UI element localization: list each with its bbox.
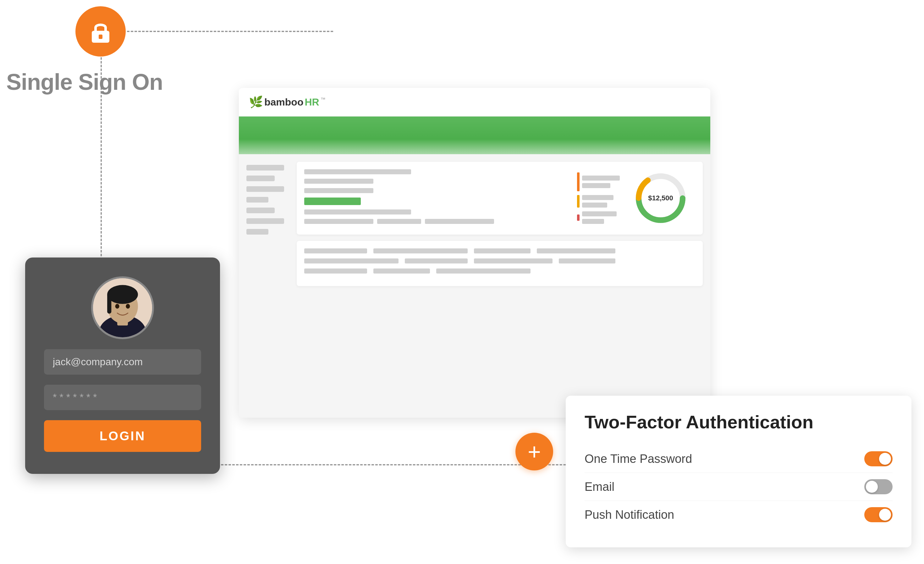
bamboo-top-panel: $12,500 — [297, 162, 703, 235]
right-bar-4 — [582, 202, 607, 208]
right-bar-5 — [582, 211, 616, 216]
bb-9 — [304, 268, 367, 274]
tfa-row-otp: One Time Password — [585, 445, 892, 473]
bamboo-header: 🌿 bamboo HR ™ — [239, 88, 710, 117]
email-input[interactable] — [44, 349, 201, 375]
data-block-2 — [304, 179, 374, 184]
bb-4 — [537, 248, 615, 253]
lock-icon — [88, 19, 113, 44]
right-bar-6 — [582, 219, 604, 224]
tfa-toggle-email[interactable] — [864, 479, 892, 494]
right-bar-3 — [582, 195, 614, 200]
tfa-row-email: Email — [585, 473, 892, 501]
svg-rect-10 — [107, 293, 111, 314]
bamboo-sidebar — [246, 162, 290, 407]
bottom-row-1 — [304, 248, 695, 253]
data-row-4 — [304, 197, 571, 205]
data-row-3 — [304, 188, 571, 193]
right-bar-2 — [582, 183, 610, 188]
bamboo-main: $12,500 — [297, 162, 703, 407]
avatar-container — [91, 276, 154, 339]
bottom-row-3 — [304, 268, 695, 274]
svg-point-9 — [107, 285, 138, 304]
bb-1 — [304, 248, 367, 253]
bamboo-content: $12,500 — [239, 154, 710, 415]
login-button[interactable]: LOGIN — [44, 420, 201, 452]
bb-6 — [405, 259, 468, 263]
svg-point-12 — [126, 304, 130, 309]
data-block-3 — [304, 188, 374, 193]
bamboo-window: 🌿 bamboo HR ™ — [239, 88, 710, 418]
bar-red — [577, 214, 579, 221]
lock-icon-container — [75, 6, 126, 57]
sidebar-block-5 — [246, 208, 274, 213]
bb-7 — [474, 259, 552, 263]
data-block-8 — [425, 219, 494, 224]
dashed-line-h — [100, 31, 333, 32]
donut-label: $12,500 — [648, 194, 673, 202]
bar-yellow — [577, 195, 579, 208]
bb-11 — [436, 268, 531, 274]
bamboo-logo-tm: ™ — [321, 97, 326, 102]
tfa-toggle-otp-knob — [879, 453, 891, 465]
bamboo-donut-chart: $12,500 — [626, 170, 695, 226]
tfa-panel: Two-Factor Authentication One Time Passw… — [566, 396, 911, 548]
sidebar-block-2 — [246, 175, 274, 181]
bamboo-leaf-icon: 🌿 — [249, 96, 263, 109]
plus-circle: + — [515, 433, 553, 470]
tfa-toggle-push-knob — [879, 509, 891, 521]
bamboo-logo: 🌿 bamboo HR ™ — [249, 96, 326, 109]
sidebar-block-7 — [246, 229, 268, 235]
tfa-label-email: Email — [585, 480, 614, 494]
data-row-6 — [304, 219, 571, 224]
sidebar-block-6 — [246, 218, 284, 224]
tfa-row-push: Push Notification — [585, 501, 892, 528]
svg-rect-1 — [99, 34, 102, 39]
tfa-toggle-email-knob — [866, 481, 878, 493]
data-row-1 — [304, 169, 571, 174]
avatar-svg — [93, 276, 152, 339]
tfa-toggle-otp[interactable] — [864, 451, 892, 466]
password-input[interactable] — [44, 385, 201, 410]
bamboo-logo-hr: HR — [304, 96, 319, 108]
plus-icon: + — [528, 440, 541, 463]
tfa-label-push: Push Notification — [585, 508, 674, 522]
bamboo-logo-text: bamboo — [264, 96, 303, 108]
data-block-7 — [377, 219, 421, 224]
sidebar-block-4 — [246, 197, 268, 202]
data-block-green — [304, 197, 361, 205]
right-bar-1 — [582, 175, 620, 181]
bb-5 — [304, 259, 399, 263]
bb-8 — [559, 259, 615, 263]
bb-3 — [474, 248, 531, 253]
data-row-2 — [304, 179, 571, 184]
sidebar-block-3 — [246, 186, 284, 192]
data-block-5 — [304, 209, 411, 214]
data-block-6 — [304, 219, 374, 224]
sidebar-block-1 — [246, 165, 284, 171]
tfa-title: Two-Factor Authentication — [585, 411, 892, 432]
bamboo-green-bar — [239, 117, 710, 154]
svg-point-11 — [116, 304, 119, 309]
tfa-label-otp: One Time Password — [585, 452, 692, 466]
bb-2 — [374, 248, 468, 253]
bar-orange — [577, 172, 579, 191]
bb-10 — [374, 268, 430, 274]
right-bars — [577, 169, 620, 227]
data-block-1 — [304, 169, 411, 174]
bamboo-bottom-panel — [297, 241, 703, 286]
tfa-toggle-push[interactable] — [864, 507, 892, 522]
bamboo-left-data — [304, 169, 571, 227]
sso-label: Single Sign On — [6, 69, 163, 95]
donut-container: $12,500 — [632, 170, 689, 226]
bottom-row-2 — [304, 259, 695, 263]
login-card: LOGIN — [25, 257, 220, 474]
data-row-5 — [304, 209, 571, 214]
